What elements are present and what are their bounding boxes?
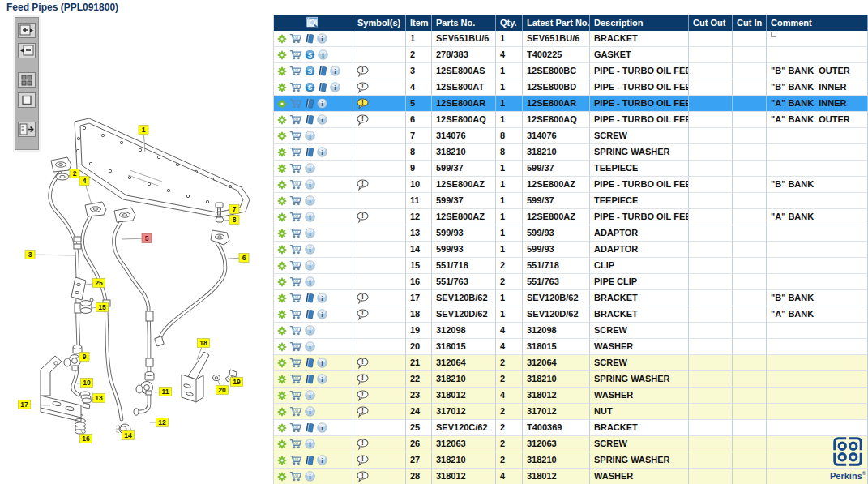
balloon-exclamation-icon[interactable]: ! [357, 471, 369, 482]
table-row[interactable]: i11599/371599/37TEEPIECE [274, 193, 868, 209]
book-icon[interactable] [305, 33, 314, 44]
gear-icon[interactable] [277, 326, 287, 336]
info-icon[interactable]: i [318, 49, 328, 60]
diagram-callout-6[interactable]: 6 [228, 254, 249, 263]
info-icon[interactable]: i [317, 358, 327, 368]
balloon-exclamation-icon[interactable]: ! [357, 358, 369, 369]
balloon-exclamation-icon[interactable]: ! [357, 293, 369, 304]
book-icon[interactable] [305, 293, 314, 303]
table-row[interactable]: i1SEV651BU/61SEV651BU/6BRACKET [274, 31, 868, 47]
balloon-exclamation-icon[interactable]: ! [357, 66, 369, 77]
table-row[interactable]: i!512SE800AR112SE800ARPIPE - TURBO OIL F… [274, 96, 868, 112]
zoom-out-button[interactable] [18, 43, 36, 58]
diagram-callout-2[interactable]: 2 [68, 169, 79, 178]
balloon-exclamation-icon[interactable]: ! [357, 455, 369, 466]
cart-icon[interactable] [289, 131, 302, 141]
cart-icon[interactable] [289, 325, 302, 336]
gear-icon[interactable] [277, 375, 287, 384]
info-icon[interactable]: i [305, 390, 315, 400]
table-row[interactable]: i!283180124318012WASHER [274, 469, 868, 484]
table-row[interactable]: i!1212SE800AZ112SE800AZPIPE - TURBO OIL … [274, 209, 868, 225]
info-icon[interactable]: i [317, 293, 327, 303]
diagram-callout-4[interactable]: 4 [79, 177, 92, 205]
diagram-callout-5[interactable]: 5 [122, 234, 152, 243]
balloon-exclamation-icon[interactable]: ! [357, 374, 369, 385]
expand-panel-button[interactable] [18, 122, 36, 137]
table-row[interactable]: i193120984312098SCREW [274, 323, 868, 339]
diagram-callout-3[interactable]: 3 [25, 251, 76, 259]
cart-icon[interactable] [289, 163, 302, 173]
table-row[interactable]: i!18SEV120D/621SEV120D/62BRACKET"A" BANK [274, 306, 868, 323]
cart-icon[interactable] [289, 147, 302, 157]
gear-icon[interactable] [277, 358, 287, 368]
info-icon[interactable]: i [305, 260, 315, 271]
balloon-exclamation-icon[interactable]: ! [357, 82, 369, 93]
gear-icon[interactable] [277, 164, 287, 173]
cart-icon[interactable] [289, 114, 302, 125]
table-row[interactable]: i!213120642312064SCREW [274, 355, 868, 371]
info-icon[interactable]: i [305, 228, 315, 238]
book-icon[interactable] [305, 309, 314, 319]
gear-icon[interactable] [277, 391, 287, 400]
table-row[interactable]: i16551/7632551/763PIPE CLIP [274, 274, 868, 290]
info-icon[interactable]: i [305, 471, 315, 482]
book-icon[interactable] [305, 114, 314, 125]
cart-icon[interactable] [289, 33, 302, 44]
gear-icon[interactable] [277, 148, 287, 157]
gear-icon[interactable] [277, 261, 287, 271]
table-row[interactable]: i13599/931599/93ADAPTOR [274, 225, 868, 242]
balloon-exclamation-icon[interactable]: ! [357, 309, 369, 320]
gear-icon[interactable] [277, 342, 287, 352]
balloon-exclamation-icon[interactable]: ! [357, 439, 369, 450]
table-row[interactable]: Si2278/3834T400225GASKET [274, 47, 868, 63]
balloon-exclamation-icon[interactable]: ! [357, 114, 369, 126]
cart-icon[interactable] [289, 244, 302, 255]
table-row[interactable]: i!223182102318210SPRING WASHER [274, 371, 868, 388]
header-actions-column[interactable] [274, 15, 353, 31]
table-row[interactable]: i!17SEV120B/621SEV120B/62BRACKET"B" BANK [274, 290, 868, 306]
gear-icon[interactable] [277, 196, 287, 206]
gear-icon[interactable] [277, 439, 287, 449]
gear-icon[interactable] [277, 66, 287, 76]
gear-icon[interactable] [277, 423, 287, 433]
info-icon[interactable]: i [305, 244, 315, 255]
info-icon[interactable]: i [317, 309, 327, 319]
diagram-callout-8[interactable]: 8 [224, 216, 239, 225]
cart-icon[interactable] [289, 260, 302, 271]
book-icon[interactable] [305, 358, 314, 368]
book-icon[interactable] [305, 98, 314, 109]
table-row[interactable]: i14599/931599/93ADAPTOR [274, 242, 868, 258]
info-icon[interactable]: i [305, 179, 315, 190]
gear-icon[interactable] [277, 115, 287, 125]
gear-icon[interactable] [277, 99, 287, 109]
cart-icon[interactable] [289, 212, 302, 222]
diagram-callout-19[interactable]: 19 [231, 376, 243, 387]
info-icon[interactable]: i [330, 82, 340, 92]
table-row[interactable]: i!263120632312063SCREW [274, 436, 868, 452]
gear-icon[interactable] [277, 310, 287, 319]
table-row[interactable]: i!612SE800AQ112SE800AQPIPE - TURBO OIL F… [274, 112, 868, 128]
balloon-exclamation-icon[interactable]: ! [357, 98, 369, 109]
cart-icon[interactable] [289, 98, 302, 109]
info-icon[interactable]: i [317, 455, 327, 465]
gear-icon[interactable] [277, 456, 287, 465]
info-icon[interactable]: i [317, 114, 327, 125]
cart-icon[interactable] [289, 422, 302, 433]
zoom-in-button[interactable] [18, 23, 36, 38]
cart-icon[interactable] [289, 309, 302, 319]
cart-icon[interactable] [289, 293, 302, 303]
book-icon[interactable] [318, 66, 327, 76]
s-sphere-icon[interactable]: S [305, 66, 315, 76]
cart-icon[interactable] [289, 439, 302, 449]
table-row[interactable]: i83182108318210SPRING WASHER [274, 144, 868, 161]
table-row[interactable]: i9599/371599/37TEEPIECE [274, 161, 868, 177]
info-icon[interactable]: i [330, 66, 340, 76]
gear-icon[interactable] [277, 407, 287, 417]
diagram-callout-12[interactable]: 12 [150, 418, 169, 427]
info-icon[interactable]: i [317, 98, 327, 109]
info-icon[interactable]: i [305, 325, 315, 336]
gear-icon[interactable] [277, 50, 287, 60]
info-icon[interactable]: i [305, 212, 315, 222]
tile-view-button[interactable] [18, 72, 36, 88]
cart-icon[interactable] [289, 276, 302, 287]
